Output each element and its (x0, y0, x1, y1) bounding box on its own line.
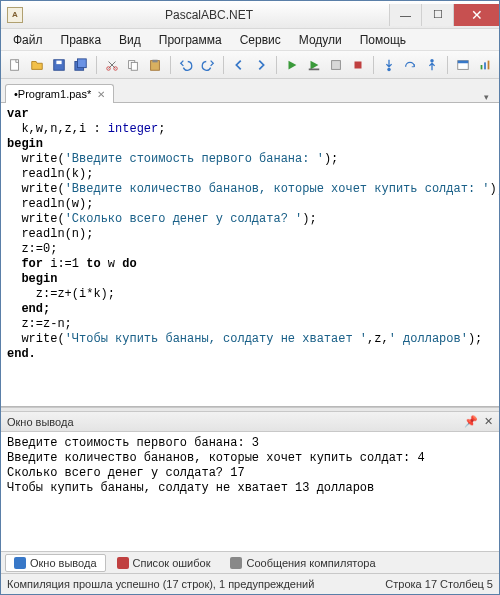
run-cursor-icon[interactable] (304, 55, 324, 75)
chart-icon[interactable] (475, 55, 495, 75)
maximize-button[interactable]: ☐ (421, 4, 453, 26)
code-editor[interactable]: var k,w,n,z,i : integer;begin write('Вве… (1, 103, 499, 407)
form-icon[interactable] (453, 55, 473, 75)
svg-point-14 (387, 67, 391, 71)
statusbar: Компиляция прошла успешно (17 строк), 1 … (1, 574, 499, 594)
output-panel-title: Окно вывода (7, 416, 74, 428)
minimize-button[interactable]: — (389, 4, 421, 26)
status-right: Строка 17 Столбец 5 (385, 578, 493, 590)
panel-close-icon[interactable]: ✕ (484, 415, 493, 428)
status-left: Компиляция прошла успешно (17 строк), 1 … (7, 578, 314, 590)
editor-tabbar: •Program1.pas* ✕ ▾ (1, 79, 499, 103)
save-icon[interactable] (49, 55, 69, 75)
toolbar (1, 51, 499, 79)
tab-label: •Program1.pas* (14, 88, 91, 100)
compile-icon[interactable] (326, 55, 346, 75)
toolbar-separator (276, 56, 277, 74)
toolbar-separator (447, 56, 448, 74)
open-file-icon[interactable] (27, 55, 47, 75)
undo-icon[interactable] (176, 55, 196, 75)
tab-label: Окно вывода (30, 557, 97, 569)
menubar: ФайлПравкаВидПрограммаСервисМодулиПомощь (1, 29, 499, 51)
menu-файл[interactable]: Файл (5, 31, 51, 49)
output-panel[interactable]: Введите стоимость первого банана: 3Введи… (1, 432, 499, 552)
titlebar: A PascalABC.NET — ☐ ✕ (1, 1, 499, 29)
tab-label: Список ошибок (133, 557, 211, 569)
bottom-tab-2[interactable]: Сообщения компилятора (221, 554, 384, 572)
tab-icon (230, 557, 242, 569)
menu-программа[interactable]: Программа (151, 31, 230, 49)
forward-icon[interactable] (251, 55, 271, 75)
svg-rect-8 (132, 62, 138, 70)
menu-помощь[interactable]: Помощь (352, 31, 414, 49)
app-icon: A (7, 7, 23, 23)
redo-icon[interactable] (198, 55, 218, 75)
toolbar-separator (373, 56, 374, 74)
tab-close-icon[interactable]: ✕ (97, 89, 105, 100)
svg-point-15 (431, 58, 435, 62)
cut-icon[interactable] (102, 55, 122, 75)
menu-правка[interactable]: Правка (53, 31, 110, 49)
step-into-icon[interactable] (379, 55, 399, 75)
bottom-tab-0[interactable]: Окно вывода (5, 554, 106, 572)
menu-модули[interactable]: Модули (291, 31, 350, 49)
svg-rect-18 (481, 65, 483, 69)
svg-rect-12 (331, 60, 340, 69)
pin-icon[interactable]: 📌 (464, 415, 478, 428)
close-button[interactable]: ✕ (453, 4, 499, 26)
new-file-icon[interactable] (5, 55, 25, 75)
paste-icon[interactable] (145, 55, 165, 75)
toolbar-separator (170, 56, 171, 74)
toolbar-separator (96, 56, 97, 74)
svg-rect-4 (77, 58, 86, 67)
window-buttons: — ☐ ✕ (389, 4, 499, 26)
step-out-icon[interactable] (422, 55, 442, 75)
tab-overflow-icon[interactable]: ▾ (484, 92, 495, 102)
svg-rect-0 (11, 59, 19, 70)
bottom-tab-1[interactable]: Список ошибок (108, 554, 220, 572)
stop-icon[interactable] (348, 55, 368, 75)
svg-rect-13 (354, 61, 361, 68)
menu-сервис[interactable]: Сервис (232, 31, 289, 49)
tab-icon (14, 557, 26, 569)
output-panel-header: Окно вывода 📌 ✕ (1, 412, 499, 432)
svg-rect-11 (309, 68, 320, 70)
svg-rect-2 (56, 60, 61, 64)
tab-label: Сообщения компилятора (246, 557, 375, 569)
copy-icon[interactable] (124, 55, 144, 75)
editor-tab[interactable]: •Program1.pas* ✕ (5, 84, 114, 103)
tab-icon (117, 557, 129, 569)
run-icon[interactable] (282, 55, 302, 75)
svg-rect-19 (484, 62, 486, 69)
save-all-icon[interactable] (71, 55, 91, 75)
svg-rect-20 (488, 60, 490, 69)
toolbar-separator (223, 56, 224, 74)
svg-rect-17 (458, 60, 469, 63)
svg-rect-10 (153, 59, 158, 62)
menu-вид[interactable]: Вид (111, 31, 149, 49)
back-icon[interactable] (229, 55, 249, 75)
window-title: PascalABC.NET (29, 8, 389, 22)
bottom-tabbar: Окно выводаСписок ошибокСообщения компил… (1, 552, 499, 574)
step-over-icon[interactable] (401, 55, 421, 75)
